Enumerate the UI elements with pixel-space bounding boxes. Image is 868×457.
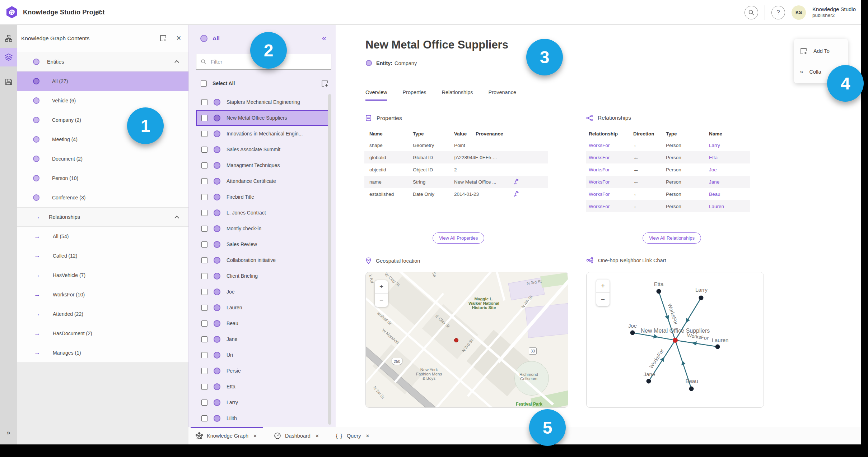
relationship-link[interactable]: WorksFor: [589, 167, 610, 172]
add-to-button[interactable]: Add To: [794, 42, 848, 60]
entities-list-item[interactable]: Document (2): [17, 149, 188, 169]
item-checkbox[interactable]: [201, 99, 207, 105]
relationships-list-item[interactable]: → WorksFor (10): [17, 285, 188, 304]
relationships-section-header[interactable]: → Relationships: [17, 207, 188, 227]
entity-list-item[interactable]: Lilith: [196, 410, 331, 426]
entities-list-item[interactable]: Vehicle (6): [17, 91, 188, 110]
entity-list-item[interactable]: Larry: [196, 394, 331, 410]
entity-list-item[interactable]: Sales Review: [196, 236, 331, 252]
item-checkbox[interactable]: [201, 257, 207, 263]
relationship-link[interactable]: WorksFor: [589, 179, 610, 185]
close-tab-icon[interactable]: ✕: [252, 433, 258, 439]
link-chart[interactable]: WorksFor WorksFor WorksFor Etta: [587, 272, 764, 407]
related-entity-link[interactable]: Beau: [709, 191, 720, 197]
relationship-link[interactable]: WorksFor: [589, 143, 610, 148]
entity-list-item[interactable]: Joe: [196, 284, 331, 300]
related-entity-link[interactable]: Larry: [709, 143, 720, 148]
hierarchy-icon[interactable]: [0, 29, 17, 48]
zoom-out-button[interactable]: −: [596, 293, 610, 306]
close-panel-icon[interactable]: ✕: [176, 34, 181, 42]
entity-list-item[interactable]: Innovations in Mechanical Engin...: [196, 126, 331, 142]
entity-list-item[interactable]: Client Briefing: [196, 268, 331, 284]
item-checkbox[interactable]: [201, 320, 207, 327]
item-checkbox[interactable]: [201, 305, 207, 311]
entity-list-item[interactable]: Jane: [196, 331, 331, 347]
close-tab-icon[interactable]: ✕: [314, 433, 320, 439]
collapse-relationships-icon[interactable]: [174, 216, 179, 220]
entity-list-item[interactable]: Attendance Certificate: [196, 173, 331, 189]
map[interactable]: k Rd W Clay St Sa N 3rd St Maggie L. Wal…: [366, 272, 568, 407]
list-scrollbar[interactable]: [328, 94, 331, 425]
item-checkbox[interactable]: [201, 226, 207, 232]
related-entity-link[interactable]: Jane: [709, 179, 719, 185]
tab-provenance[interactable]: Provenance: [489, 89, 516, 101]
item-checkbox[interactable]: [201, 131, 207, 137]
layers-icon[interactable]: [0, 48, 17, 66]
edit-title-icon[interactable]: [93, 7, 103, 18]
entity-list-item[interactable]: Firebird Title: [196, 189, 331, 205]
node-lauren[interactable]: [715, 345, 720, 349]
related-entity-link[interactable]: Etta: [709, 155, 718, 160]
entity-list-item[interactable]: Staplers Mechanical Engineering: [196, 94, 331, 110]
collapse-entities-icon[interactable]: [174, 60, 179, 65]
user-avatar[interactable]: KS: [792, 5, 806, 20]
view-all-properties-button[interactable]: View All Properties: [433, 232, 484, 244]
relationships-list-item[interactable]: → HasDocument (2): [17, 324, 188, 343]
zoom-in-button[interactable]: +: [375, 280, 388, 294]
item-checkbox[interactable]: [201, 241, 207, 248]
item-checkbox[interactable]: [201, 178, 207, 184]
item-checkbox[interactable]: [201, 147, 207, 153]
related-entity-link[interactable]: Lauren: [709, 204, 724, 209]
tab-relationships[interactable]: Relationships: [442, 89, 473, 101]
help-button[interactable]: ?: [771, 6, 785, 19]
item-checkbox[interactable]: [201, 273, 207, 279]
entity-list-item[interactable]: L. Jones Contract: [196, 205, 331, 221]
item-checkbox[interactable]: [201, 194, 207, 200]
item-checkbox[interactable]: [201, 115, 207, 121]
zoom-in-button[interactable]: +: [596, 280, 610, 293]
item-checkbox[interactable]: [201, 289, 207, 295]
item-checkbox[interactable]: [201, 400, 207, 406]
node-joe[interactable]: [630, 331, 635, 335]
close-tab-icon[interactable]: ✕: [365, 433, 370, 439]
node-larry[interactable]: [699, 296, 704, 300]
node-jane[interactable]: [647, 379, 651, 384]
entity-list-item[interactable]: Beau: [196, 315, 331, 331]
save-icon[interactable]: [0, 73, 17, 91]
relationship-link[interactable]: WorksFor: [589, 204, 610, 209]
entity-list-item[interactable]: Managment Techniques: [196, 157, 331, 173]
entities-list-item[interactable]: Conference (3): [17, 188, 188, 207]
relationships-list-item[interactable]: → Manages (1): [17, 343, 188, 363]
item-checkbox[interactable]: [201, 415, 207, 421]
item-checkbox[interactable]: [201, 352, 207, 358]
add-to-selection-icon[interactable]: [321, 80, 328, 87]
entities-section-header[interactable]: Entities: [17, 52, 188, 71]
entity-list-item[interactable]: Montly check-in: [196, 221, 331, 236]
tab-query[interactable]: { } Query ✕: [331, 427, 375, 445]
search-button[interactable]: [745, 6, 758, 19]
entities-list-item[interactable]: All (27): [17, 71, 188, 91]
relationships-list-item[interactable]: → Called (12): [17, 246, 188, 266]
node-center[interactable]: [673, 338, 678, 343]
zoom-out-button[interactable]: −: [375, 294, 388, 307]
tab-dashboard[interactable]: Dashboard ✕: [269, 427, 325, 445]
entity-list-item[interactable]: Persie: [196, 363, 331, 379]
entity-list-item[interactable]: Lauren: [196, 300, 331, 315]
node-etta[interactable]: [657, 289, 661, 294]
provenance-flag-icon[interactable]: [513, 190, 519, 197]
item-checkbox[interactable]: [201, 368, 207, 374]
tab-overview[interactable]: Overview: [365, 89, 387, 101]
tab-knowledge-graph[interactable]: Knowledge Graph ✕: [191, 427, 263, 445]
select-all-checkbox[interactable]: [201, 80, 207, 87]
entities-list-item[interactable]: Meeting (4): [17, 130, 188, 149]
relationships-list-item[interactable]: → HasVehicle (7): [17, 266, 188, 285]
tab-properties[interactable]: Properties: [402, 89, 426, 101]
item-checkbox[interactable]: [201, 336, 207, 342]
expand-rail-icon[interactable]: »: [0, 429, 17, 437]
entities-list-item[interactable]: Person (10): [17, 169, 188, 188]
entity-list-item[interactable]: Uri: [196, 347, 331, 363]
item-checkbox[interactable]: [201, 162, 207, 169]
relationships-list-item[interactable]: → All (54): [17, 227, 188, 246]
entity-list-item[interactable]: Sales Associate Summit: [196, 142, 331, 157]
entity-list-item[interactable]: Collaboration initiative: [196, 252, 331, 268]
